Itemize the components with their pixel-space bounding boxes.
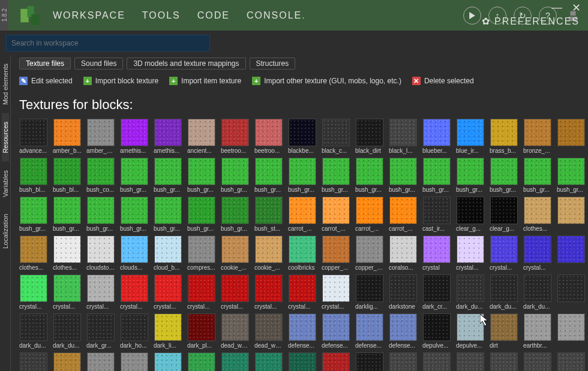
close-icon[interactable]: ✕ — [568, 1, 584, 14]
texture-item[interactable] — [389, 352, 418, 371]
texture-item[interactable] — [154, 352, 182, 371]
texture-item[interactable]: cloudstone — [86, 236, 115, 271]
texture-item[interactable]: crystal... — [254, 275, 283, 310]
texture-item[interactable] — [120, 352, 149, 371]
edit-selected-button[interactable]: ✎Edit selected — [19, 77, 73, 85]
texture-item[interactable]: cookie_... — [254, 236, 283, 271]
texture-item[interactable] — [288, 352, 317, 371]
texture-item[interactable]: bush_gr... — [120, 158, 149, 193]
texture-item[interactable]: crystal... — [221, 275, 250, 310]
texture-item[interactable]: bush_gr... — [187, 197, 216, 232]
texture-item[interactable]: bush_gr... — [187, 158, 216, 193]
texture-item[interactable]: bush_gr... — [422, 158, 451, 193]
texture-item[interactable]: cast_ir... — [422, 197, 451, 232]
texture-item[interactable]: crystal... — [456, 236, 485, 271]
texture-item[interactable] — [322, 352, 350, 371]
texture-item[interactable]: dark_du... — [490, 275, 518, 310]
texture-item[interactable]: bush_gr... — [456, 158, 485, 193]
texture-item[interactable]: depulve... — [422, 313, 451, 349]
texture-item[interactable]: dark_li... — [154, 313, 182, 349]
search-input[interactable] — [6, 35, 210, 52]
texture-item[interactable]: dirt — [490, 313, 518, 349]
texture-item[interactable]: bush_gr... — [19, 197, 48, 232]
menu-workspace[interactable]: WORKSPACE — [53, 10, 125, 21]
texture-item[interactable]: clear_g... — [490, 197, 518, 232]
texture-item[interactable]: amber_ore — [86, 119, 115, 154]
texture-item[interactable] — [254, 352, 283, 371]
preferences-button[interactable]: ✿ PREFERENCES — [482, 16, 580, 27]
run-icon[interactable] — [463, 7, 481, 25]
texture-item[interactable] — [422, 352, 451, 371]
texture-item[interactable]: compres... — [187, 236, 216, 271]
texture-item[interactable]: bush_gr... — [154, 158, 182, 193]
texture-item[interactable]: clothes... — [53, 236, 82, 271]
texture-item[interactable]: bush_gr... — [53, 197, 82, 232]
texture-item[interactable]: defense... — [322, 313, 350, 349]
texture-item[interactable] — [557, 313, 586, 349]
texture-item[interactable]: bush_gr... — [221, 158, 250, 193]
texture-item[interactable]: dark_pl... — [187, 313, 216, 349]
texture-item[interactable]: bush_gr... — [254, 158, 283, 193]
tab-sound-files[interactable]: Sound files — [74, 58, 123, 70]
texture-item[interactable]: crystal... — [19, 275, 48, 310]
texture-item[interactable]: bronze_... — [523, 119, 552, 154]
texture-item[interactable]: defense... — [288, 313, 317, 349]
texture-item[interactable]: crystal... — [86, 275, 115, 310]
texture-item[interactable]: bush_gr... — [355, 158, 384, 193]
texture-item[interactable]: carrot_... — [322, 197, 350, 232]
texture-item[interactable]: crystal — [422, 236, 451, 271]
texture-item[interactable]: beetroo... — [254, 119, 283, 154]
texture-item[interactable] — [456, 352, 485, 371]
texture-item[interactable]: clear_g... — [456, 197, 485, 232]
texture-item[interactable]: copper_ore — [355, 236, 384, 271]
texture-item[interactable]: dark_gr... — [86, 313, 115, 349]
texture-item[interactable]: dark_du... — [53, 313, 82, 349]
texture-item[interactable] — [221, 352, 250, 371]
texture-item[interactable]: cookie_... — [221, 236, 250, 271]
texture-item[interactable]: cloud_b... — [154, 236, 182, 271]
texture-item[interactable]: defense... — [355, 313, 384, 349]
texture-item[interactable] — [557, 119, 586, 154]
texture-item[interactable]: bush_co... — [86, 158, 115, 193]
texture-item[interactable]: dark_ho... — [120, 313, 149, 349]
texture-item[interactable]: crystal... — [53, 275, 82, 310]
import-block-button[interactable]: +Import block texture — [83, 77, 158, 85]
texture-item[interactable]: carrot_... — [389, 197, 418, 232]
texture-item[interactable]: black_dirt — [355, 119, 384, 154]
texture-item[interactable]: black_l... — [389, 119, 418, 154]
texture-item[interactable] — [557, 352, 586, 371]
texture-item[interactable]: dark_cr... — [422, 275, 451, 310]
texture-item[interactable] — [557, 275, 586, 310]
texture-item[interactable]: dark_du... — [523, 275, 552, 310]
side-tab-mod-elements[interactable]: Mod elements — [2, 55, 9, 113]
texture-item[interactable] — [523, 352, 552, 371]
texture-item[interactable] — [490, 352, 518, 371]
texture-item[interactable]: bush_bl... — [19, 158, 48, 193]
texture-item[interactable]: darklig... — [355, 275, 384, 310]
texture-item[interactable]: bush_gr... — [120, 197, 149, 232]
texture-item[interactable] — [19, 352, 48, 371]
texture-item[interactable]: dead_wo... — [254, 313, 283, 349]
texture-item[interactable]: blue_ir... — [456, 119, 485, 154]
delete-selected-button[interactable]: ✕Delete selected — [412, 77, 474, 85]
import-item-button[interactable]: +Import item texture — [169, 77, 241, 85]
texture-item[interactable]: blackbe... — [288, 119, 317, 154]
minimize-icon[interactable]: — — [548, 1, 566, 14]
texture-item[interactable] — [557, 236, 586, 271]
texture-item[interactable]: clothes... — [19, 236, 48, 271]
texture-item[interactable]: bush_gr... — [221, 197, 250, 232]
import-other-button[interactable]: +Import other texture (GUI, mobs, logo, … — [252, 77, 401, 85]
side-tab-resources[interactable]: Resources — [2, 113, 9, 162]
texture-item[interactable]: amethis... — [154, 119, 182, 154]
texture-item[interactable]: coolbricks — [288, 236, 317, 271]
texture-item[interactable]: bush_gr... — [490, 158, 518, 193]
texture-item[interactable]: dead_wood — [221, 313, 250, 349]
texture-item[interactable]: bush_gr... — [154, 197, 182, 232]
texture-item[interactable]: bush_gr... — [86, 197, 115, 232]
texture-item[interactable]: dark_du... — [456, 275, 485, 310]
menu-code[interactable]: CODE — [197, 10, 230, 21]
texture-item[interactable]: clothes... — [523, 197, 552, 232]
texture-item[interactable]: bush_st... — [254, 197, 283, 232]
texture-item[interactable]: coralso... — [389, 236, 418, 271]
menu-tools[interactable]: TOOLS — [142, 10, 181, 21]
